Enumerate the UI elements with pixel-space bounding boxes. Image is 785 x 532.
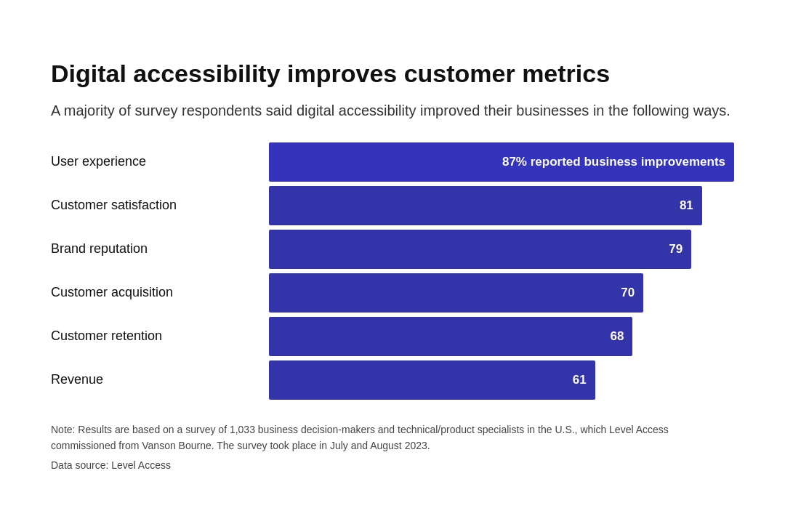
bar-fill: 68 — [269, 317, 632, 356]
note-text: Note: Results are based on a survey of 1… — [51, 422, 734, 454]
bar-track: 81 — [269, 186, 734, 225]
chart-subtitle: A majority of survey respondents said di… — [51, 100, 734, 121]
bar-value: 87% reported business improvements — [502, 155, 725, 169]
bar-track: 87% reported business improvements — [269, 142, 734, 182]
bar-track: 68 — [269, 317, 734, 356]
bar-fill: 79 — [269, 230, 691, 269]
bar-track: 61 — [269, 360, 734, 400]
bar-fill: 81 — [269, 186, 702, 225]
bar-track: 79 — [269, 230, 734, 269]
bar-row: Revenue61 — [51, 360, 734, 400]
bar-label: Customer acquisition — [51, 285, 269, 300]
bar-value: 81 — [680, 198, 693, 213]
bar-fill: 61 — [269, 360, 595, 400]
bar-label: User experience — [51, 154, 269, 169]
bar-value: 70 — [621, 286, 635, 300]
bar-fill: 87% reported business improvements — [269, 142, 734, 182]
bar-row: Customer satisfaction81 — [51, 186, 734, 225]
bar-value: 79 — [669, 242, 683, 257]
chart-title: Digital accessibility improves customer … — [51, 59, 734, 89]
bar-label: Revenue — [51, 372, 269, 387]
bar-label: Brand reputation — [51, 241, 269, 257]
chart-container: Digital accessibility improves customer … — [15, 30, 770, 502]
bar-track: 70 — [269, 273, 734, 313]
bar-value: 61 — [573, 373, 587, 387]
bar-label: Customer retention — [51, 329, 269, 344]
bars-section: User experience87% reported business imp… — [51, 142, 734, 400]
bar-row: Customer acquisition70 — [51, 273, 734, 313]
data-source: Data source: Level Access — [51, 457, 734, 473]
bar-value: 68 — [611, 329, 624, 344]
bar-row: Customer retention68 — [51, 317, 734, 356]
bar-label: Customer satisfaction — [51, 198, 269, 213]
bar-row: Brand reputation79 — [51, 230, 734, 269]
note-section: Note: Results are based on a survey of 1… — [51, 422, 734, 473]
bar-row: User experience87% reported business imp… — [51, 142, 734, 182]
bar-fill: 70 — [269, 273, 643, 313]
